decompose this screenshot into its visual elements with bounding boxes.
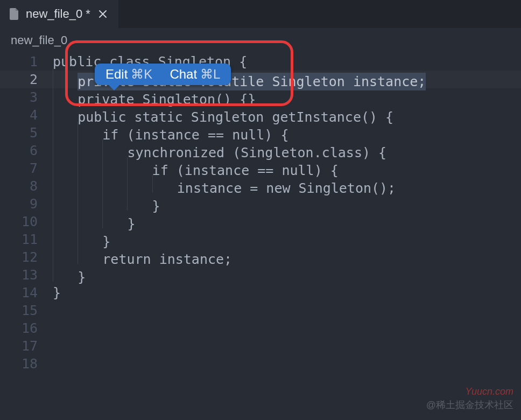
tab-title: new_file_0 * xyxy=(26,7,90,21)
code-line[interactable]: 15 xyxy=(0,302,521,319)
line-number: 1 xyxy=(0,53,53,71)
line-number: 3 xyxy=(0,88,53,106)
tab-new-file-0[interactable]: new_file_0 * xyxy=(0,0,118,28)
edit-label: Edit xyxy=(105,67,128,82)
close-icon[interactable] xyxy=(97,8,109,20)
code-line[interactable]: 16 xyxy=(0,319,521,337)
breadcrumb[interactable]: new_file_0 xyxy=(0,28,521,53)
code-text: } xyxy=(53,284,61,302)
chat-button[interactable]: Chat ⌘L xyxy=(170,67,220,82)
line-number: 11 xyxy=(0,230,53,248)
breadcrumb-path: new_file_0 xyxy=(11,33,67,47)
line-number: 12 xyxy=(0,248,53,266)
tab-bar: new_file_0 * xyxy=(0,0,521,28)
line-number: 17 xyxy=(0,337,53,355)
line-number: 9 xyxy=(0,195,53,213)
code-text: } xyxy=(53,264,86,286)
line-number: 18 xyxy=(0,355,53,373)
line-number: 2 xyxy=(0,71,53,88)
edit-shortcut: ⌘K xyxy=(131,67,152,82)
line-number: 15 xyxy=(0,302,53,319)
chat-shortcut: ⌘L xyxy=(200,67,220,82)
line-number: 13 xyxy=(0,266,53,284)
line-number: 16 xyxy=(0,319,53,337)
code-line[interactable]: 13 } xyxy=(0,266,521,284)
chat-label: Chat xyxy=(170,67,197,82)
code-area[interactable]: 1public class Singleton {2 private stati… xyxy=(0,53,521,373)
line-number: 6 xyxy=(0,142,53,159)
line-number: 4 xyxy=(0,106,53,124)
code-line[interactable]: 14} xyxy=(0,284,521,302)
edit-button[interactable]: Edit ⌘K xyxy=(105,67,152,82)
line-number: 14 xyxy=(0,284,53,302)
code-line[interactable]: 18 xyxy=(0,355,521,373)
line-number: 10 xyxy=(0,213,53,230)
line-number: 5 xyxy=(0,124,53,142)
line-number: 8 xyxy=(0,177,53,195)
watermark-2: @稀土掘金技术社区 xyxy=(426,398,513,411)
code-line[interactable]: 17 xyxy=(0,337,521,355)
watermark-1: Yuucn.com xyxy=(466,386,513,397)
editor[interactable]: 1public class Singleton {2 private stati… xyxy=(0,53,521,420)
file-icon xyxy=(10,8,19,20)
line-number: 7 xyxy=(0,159,53,177)
inline-actions-popup: Edit ⌘K Chat ⌘L xyxy=(95,64,231,85)
